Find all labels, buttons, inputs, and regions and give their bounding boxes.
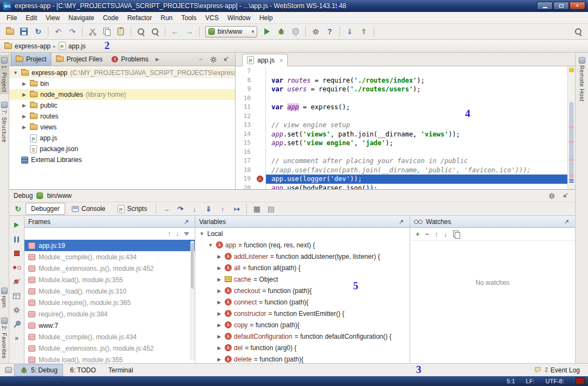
frame-module-extensions-js-module-js-452[interactable]: Module._extensions..js(), module.js:452 <box>24 343 195 354</box>
variable-cache[interactable]: ▶cache = Object <box>195 273 410 285</box>
settings-icon[interactable] <box>11 306 23 314</box>
editor-error-stripe[interactable] <box>567 66 575 189</box>
expander-icon[interactable]: ▶ <box>216 311 222 316</box>
expander-icon[interactable]: ▶ <box>21 81 27 86</box>
more-icon[interactable]: » <box>11 334 23 342</box>
menu-item-help[interactable]: Help <box>255 13 277 23</box>
tool-window-switcher-icon[interactable] <box>4 366 13 375</box>
event-log-widget[interactable]: 2Event Log <box>533 366 584 375</box>
frame-module-load-module-js-355[interactable]: Module.load(), module.js:355 <box>24 274 195 285</box>
filter-icon[interactable] <box>184 232 189 236</box>
project-tree-item-bin[interactable]: ▶bin <box>9 78 235 89</box>
stop-icon[interactable] <box>11 250 23 257</box>
project-tree-item-package-json[interactable]: {}package.json <box>9 144 235 154</box>
remove-icon[interactable]: − <box>425 231 430 238</box>
expander-icon[interactable]: ▶ <box>216 345 222 351</box>
expander-icon[interactable]: ▶ <box>21 92 27 97</box>
minimize-button[interactable] <box>537 2 553 10</box>
code-line-11[interactable]: 11var app = express(); <box>236 103 575 112</box>
bottom-tab-6-todo[interactable]: 6: TODO <box>65 365 102 376</box>
vcs-update-icon[interactable]: ⇓ <box>343 26 356 38</box>
debug-icon[interactable] <box>275 26 288 38</box>
breakpoint-icon[interactable]: ✓ <box>257 176 263 182</box>
frame-down-icon[interactable]: ↓ <box>176 230 179 238</box>
gear-icon[interactable] <box>209 55 218 64</box>
frame-module-compile-module-js-434[interactable]: Module._compile(), module.js:434 <box>24 331 195 343</box>
variable-all[interactable]: ▶λall = function all(path) { <box>195 262 410 273</box>
layout-settings-icon[interactable]: ▤ <box>264 203 277 215</box>
run-config-select[interactable]: bin/www▾ <box>205 26 257 38</box>
maximize-button[interactable] <box>553 2 569 10</box>
project-tab-problems[interactable]: !Problems <box>107 53 153 66</box>
encoding-widget[interactable]: UTF-8: <box>546 378 564 384</box>
project-tree-item-app-js[interactable]: jsapp.js <box>9 133 235 144</box>
coverage-icon[interactable] <box>289 26 302 38</box>
menu-item-file[interactable]: File <box>2 13 21 23</box>
variable-copy[interactable]: ▶λcopy = function (path){ <box>195 319 410 331</box>
up-icon[interactable]: ↑ <box>435 231 438 238</box>
redo-icon[interactable]: ↷ <box>66 26 79 38</box>
variable-defaultconfiguration[interactable]: ▶λdefaultConfiguration = function defaul… <box>195 331 410 342</box>
save-icon[interactable] <box>17 26 30 38</box>
menu-item-vcs[interactable]: VCS <box>201 13 223 23</box>
menu-item-edit[interactable]: Edit <box>21 13 41 23</box>
add-watch-icon[interactable]: + <box>416 231 420 238</box>
pin-icon[interactable] <box>11 320 23 328</box>
variable-constructor[interactable]: ▶λconstructor = function EventEmitter() … <box>195 308 410 319</box>
frame-module-load-module-js-310[interactable]: Module._load(), module.js:310 <box>24 285 195 297</box>
project-tab-project-files[interactable]: Project Files <box>52 53 107 66</box>
pause-icon[interactable] <box>11 235 23 243</box>
variable-checkout[interactable]: ▶λcheckout = function (path){ <box>195 285 410 296</box>
expander-icon[interactable]: ▶ <box>216 357 222 362</box>
show-execution-point-icon[interactable]: → <box>159 203 172 215</box>
breadcrumb-express-app[interactable]: express-app <box>4 42 51 50</box>
menu-item-code[interactable]: Code <box>98 13 123 23</box>
tool-stripe-7-structure[interactable]: 7: Structure <box>0 99 9 145</box>
resume-icon[interactable] <box>11 221 23 229</box>
paste-icon[interactable] <box>114 26 127 38</box>
variable-addlistener[interactable]: ▶λaddListener = function addListener(typ… <box>195 251 410 262</box>
frames-scrollbar-thumb[interactable] <box>191 242 194 289</box>
gear-icon[interactable] <box>547 191 556 200</box>
hide-icon[interactable] <box>221 55 230 64</box>
expander-icon[interactable]: ▶ <box>21 124 27 130</box>
line-separator-widget[interactable]: LF: <box>526 378 535 384</box>
code-line-18[interactable]: 18//app.use(favicon(path.join(__dirname,… <box>236 166 575 175</box>
evaluate-expression-icon[interactable]: ▦ <box>250 203 263 215</box>
copy-icon[interactable] <box>453 231 460 238</box>
view-breakpoints-icon[interactable] <box>11 264 23 271</box>
run-to-cursor-icon[interactable]: ↦ <box>230 203 243 215</box>
variable-delete[interactable]: ▶λdelete = function (path){ <box>195 353 410 364</box>
menu-item-window[interactable]: Window <box>223 13 255 23</box>
frames-scrollbar[interactable] <box>190 241 194 360</box>
menu-item-refactor[interactable]: Refactor <box>123 13 156 23</box>
float-icon[interactable] <box>182 217 191 226</box>
run-icon[interactable] <box>261 26 274 38</box>
step-out-icon[interactable]: ↑ <box>216 203 229 215</box>
bottom-tab-terminal[interactable]: Terminal <box>103 365 138 376</box>
mute-breakpoints-icon[interactable] <box>11 278 23 285</box>
code-line-19[interactable]: 19✓app.use(logger('dev')); <box>236 175 575 184</box>
project-tree-item-public[interactable]: ▶public <box>9 100 235 111</box>
help-icon[interactable]: ? <box>323 26 336 38</box>
rerun-icon[interactable]: ↻ <box>11 203 24 215</box>
expander-icon[interactable]: ▶ <box>216 277 222 282</box>
code-line-9[interactable]: 9var users = require('./routes/users'); <box>236 85 575 94</box>
tool-stripe-npm[interactable]: npm <box>0 285 9 310</box>
editor-body[interactable]: 78var routes = require('./routes/index')… <box>236 66 575 189</box>
force-step-into-icon[interactable]: ⇓ <box>202 203 215 215</box>
close-button[interactable]: × <box>570 2 585 10</box>
open-icon[interactable] <box>3 26 16 38</box>
menu-item-run[interactable]: Run <box>156 13 177 23</box>
search-everywhere-icon[interactable] <box>572 26 585 38</box>
bottom-tab-5-debug[interactable]: 5: Debug <box>14 364 63 376</box>
find-icon[interactable] <box>134 26 147 38</box>
code-line-14[interactable]: 14app.set('views', path.join(__dirname, … <box>236 130 575 139</box>
expander-icon[interactable]: ▶ <box>21 103 27 108</box>
menu-item-tools[interactable]: Tools <box>177 13 201 23</box>
expander-icon[interactable]: ▶ <box>216 288 222 294</box>
collapse-icon[interactable]: − <box>196 55 205 64</box>
menu-item-view[interactable]: View <box>41 13 64 23</box>
float-icon[interactable] <box>562 217 571 226</box>
tool-stripe-1-project[interactable]: 1: Project <box>0 55 9 94</box>
